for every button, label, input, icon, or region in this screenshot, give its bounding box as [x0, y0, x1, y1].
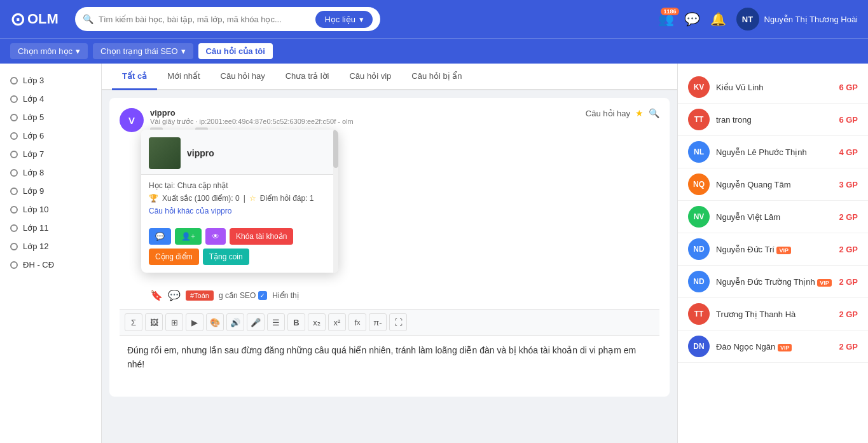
users-icon-btn[interactable]: 👥 1186 [658, 11, 674, 27]
sidebar-label-lop11: Lớp 11 [23, 223, 49, 233]
toolbar-strikethrough-btn[interactable]: fx [348, 313, 366, 331]
rs-name-3: Nguyễn Quang Tâm [716, 180, 832, 189]
tooltip-message-btn[interactable]: 💬 [149, 228, 171, 245]
editor-toolbar: Σ 🖼 ⊞ ▶ 🎨 🔊 🎤 ☰ B x₂ x² fx π- ⛶ [120, 309, 659, 336]
answer-area[interactable]: Đúng rồi em, nhưng lần sau đừng đăng nhữ… [120, 336, 659, 386]
rs-item-8: DN Đào Ngọc Ngân VIP 2 GP [678, 331, 868, 363]
rs-name-7: Trương Thị Thanh Hà [716, 310, 832, 319]
rs-avatar-6: ND [688, 271, 710, 292]
rs-avatar-5: ND [688, 238, 710, 260]
toolbar-format-btn[interactable]: ☰ [267, 313, 285, 331]
radio-lop3 [10, 77, 18, 85]
tooltip-hoc-tai: Học tại: Chưa cập nhật [149, 181, 331, 190]
tab-tat-ca[interactable]: Tất cả [112, 64, 157, 90]
rs-avatar-4: NV [688, 206, 710, 228]
sub-navigation: Chọn môn học ▾ Chọn trạng thái SEO ▾ Câu… [0, 38, 868, 64]
rs-gp-7: 2 GP [839, 310, 858, 319]
vip-badge-6: VIP [817, 279, 832, 287]
sidebar-item-lop7[interactable]: Lớp 7 [0, 145, 101, 163]
tab-moi-nhat[interactable]: Mới nhất [157, 64, 210, 90]
rs-item-5: ND Nguyễn Đức Trí VIP 2 GP [678, 233, 868, 266]
toan-tag[interactable]: #Toán [186, 290, 214, 301]
logo-text: OLM [27, 11, 59, 27]
toolbar-table-btn[interactable]: ⊞ [165, 313, 183, 331]
avatar: NT [736, 8, 759, 31]
rs-name-1: tran trong [716, 115, 832, 125]
sidebar-item-lop6[interactable]: Lớp 6 [0, 126, 101, 145]
search-bar: 🔍 Học liệu ▾ [75, 7, 380, 31]
tooltip-username[interactable]: vippro [187, 148, 214, 158]
rs-item-0: KV Kiều Vũ Linh 6 GP [678, 71, 868, 104]
tooltip-action-buttons: 💬 👤+ 👁 Khóa tài khoản Cộng điểm Tặng coi… [141, 228, 338, 273]
tab-cau-hoi-hay[interactable]: Câu hỏi hay [210, 64, 275, 90]
user-menu[interactable]: NT Nguyễn Thị Thương Hoài [736, 8, 858, 31]
rs-name-2: Nguyễn Lê Phước Thịnh [716, 147, 832, 157]
sidebar-item-lop3[interactable]: Lớp 3 [0, 71, 101, 90]
answer-text: Đúng rồi em, nhưng lần sau đừng đăng nhữ… [127, 345, 636, 369]
logo[interactable]: ⊙ OLM [10, 9, 67, 30]
sidebar-label-lop4: Lớp 4 [23, 94, 44, 104]
answer-count-icon: 💬 [168, 289, 181, 301]
sidebar-item-lop12[interactable]: Lớp 12 [0, 237, 101, 256]
toolbar-superscript-btn[interactable]: x² [328, 313, 346, 331]
toolbar-video-btn[interactable]: ▶ [186, 313, 203, 331]
rs-name-0: Kiều Vũ Linh [716, 83, 832, 92]
tab-cau-hoi-bi-an[interactable]: Câu hỏi bị ẩn [401, 64, 472, 90]
sidebar-label-lop9: Lớp 9 [23, 186, 44, 196]
question-card: V vippro Vài giây trước · ip:2001:ee0:49… [109, 98, 670, 397]
tooltip-cong-diem-btn[interactable]: Cộng điểm [149, 249, 199, 265]
seo-checkbox[interactable]: ✓ [258, 291, 267, 300]
toolbar-bold-btn[interactable]: B [287, 313, 305, 331]
sidebar-item-lop10[interactable]: Lớp 10 [0, 200, 101, 219]
rs-gp-2: 4 GP [839, 147, 858, 157]
sidebar-item-lop5[interactable]: Lớp 5 [0, 108, 101, 126]
tooltip-view-btn[interactable]: 👁 [205, 228, 226, 245]
star-icon[interactable]: ★ [635, 108, 644, 118]
search-input[interactable] [99, 15, 310, 24]
toolbar-fullscreen-btn[interactable]: ⛶ [389, 313, 407, 331]
rs-item-6: ND Nguyễn Đức Trường Thịnh VIP 2 GP [678, 266, 868, 298]
category-dropdown[interactable]: Học liệu ▾ [315, 11, 373, 28]
tooltip-avatar-image [149, 137, 181, 169]
question-avatar[interactable]: V [120, 108, 144, 132]
toolbar-mic-btn[interactable]: 🎤 [247, 313, 265, 331]
question-username[interactable]: vippro [150, 108, 579, 118]
toolbar-audio-btn[interactable]: 🔊 [226, 313, 244, 331]
toolbar-subscript-btn[interactable]: x₂ [308, 313, 326, 331]
tooltip-tang-coin-btn[interactable]: Tặng coin [203, 249, 249, 265]
tooltip-add-friend-btn[interactable]: 👤+ [175, 228, 202, 245]
tooltip-body: Học tại: Chưa cập nhật 🏆 Xuất sắc (100 đ… [141, 175, 338, 228]
toolbar-color-btn[interactable]: 🎨 [206, 313, 224, 331]
chon-trang-thai-seo-btn[interactable]: Chọn trạng thái SEO ▾ [93, 43, 193, 59]
tooltip-scrollbar[interactable] [333, 130, 338, 273]
radio-lop9 [10, 187, 18, 195]
center-content: Tất cả Mới nhất Câu hỏi hay Chưa trả lời… [102, 64, 677, 443]
sidebar-item-lop11[interactable]: Lớp 11 [0, 219, 101, 237]
messages-icon-btn[interactable]: 💬 [684, 11, 700, 27]
toolbar-math-btn[interactable]: π- [369, 313, 387, 331]
sidebar-label-lop6: Lớp 6 [23, 131, 44, 140]
tooltip-lock-btn[interactable]: Khóa tài khoản [230, 228, 293, 245]
sidebar-item-dhcd[interactable]: ĐH - CĐ [0, 256, 101, 274]
search-question-icon[interactable]: 🔍 [649, 108, 659, 118]
chevron-down-icon: ▾ [359, 15, 364, 24]
notifications-icon-btn[interactable]: 🔔 [710, 11, 726, 27]
cau-hoi-khac-link[interactable]: Câu hỏi khác của vippro [149, 207, 331, 215]
sidebar-item-lop9[interactable]: Lớp 9 [0, 182, 101, 200]
sidebar-item-lop8[interactable]: Lớp 8 [0, 163, 101, 182]
trophy-icon: 🏆 [149, 194, 158, 203]
sidebar-label-dhcd: ĐH - CĐ [23, 260, 54, 269]
cau-hoi-cua-toi-btn[interactable]: Câu hỏi của tôi [198, 43, 273, 59]
rs-gp-4: 2 GP [839, 212, 858, 222]
tab-chua-tra-loi[interactable]: Chưa trả lời [275, 64, 340, 90]
toolbar-img-btn[interactable]: 🖼 [145, 313, 163, 331]
toolbar-sigma-btn[interactable]: Σ [125, 313, 142, 331]
sidebar-item-lop4[interactable]: Lớp 4 [0, 90, 101, 108]
rs-name-4: Nguyễn Việt Lâm [716, 212, 832, 222]
bookmark-icon[interactable]: 🔖 [150, 289, 163, 301]
chon-mon-hoc-btn[interactable]: Chọn môn học ▾ [10, 43, 88, 59]
star-score-icon: ☆ [249, 194, 256, 203]
users-badge: 1186 [661, 8, 679, 15]
category-label: Học liệu [324, 15, 355, 24]
tab-cau-hoi-vip[interactable]: Câu hỏi vip [339, 64, 401, 90]
